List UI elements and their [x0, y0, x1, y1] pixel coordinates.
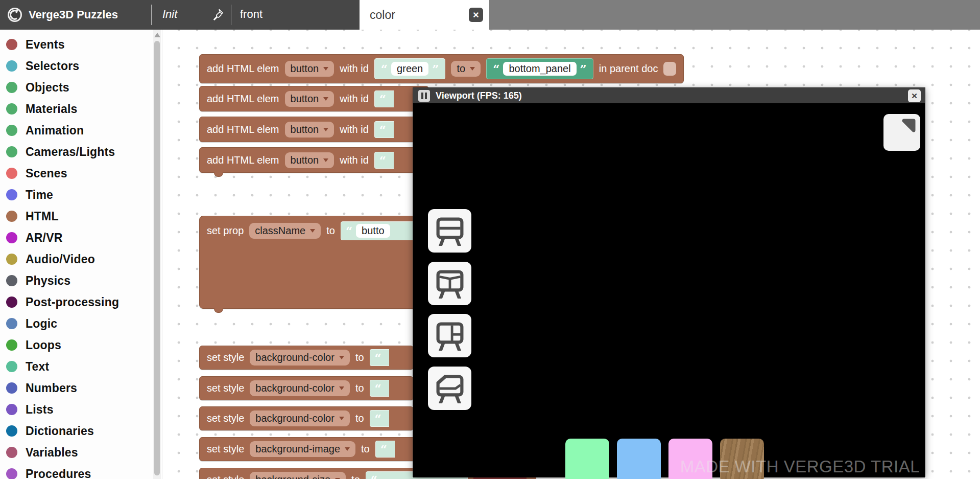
string-block-id[interactable]: “ green ”	[374, 58, 446, 79]
tag-dropdown[interactable]: button	[285, 61, 334, 77]
block-label: set style	[207, 382, 244, 394]
furniture-variant-button-3[interactable]	[428, 314, 471, 357]
block-label: with id	[340, 154, 369, 166]
prop-dropdown[interactable]: className	[249, 223, 321, 239]
sidebar-item-variables[interactable]: Variables	[0, 442, 162, 463]
fullscreen-button[interactable]	[883, 114, 920, 151]
sidebar-scrollbar[interactable]	[153, 30, 161, 479]
sidebar-item-text[interactable]: Text	[0, 356, 162, 377]
block-add-html-elem[interactable]: add HTML elem button with id “ green ” t…	[199, 54, 684, 83]
block-label: with id	[340, 63, 369, 75]
app-title: Verge3D Puzzles	[29, 8, 118, 21]
block-label: add HTML elem	[207, 93, 279, 105]
tag-dropdown[interactable]: button	[285, 91, 334, 107]
tab-color-label: color	[370, 8, 395, 22]
block-label: to	[355, 382, 364, 394]
style-dropdown[interactable]: background-size	[250, 472, 346, 479]
furniture-variant-button-2[interactable]	[428, 262, 471, 305]
category-dot	[6, 189, 17, 200]
style-dropdown[interactable]: background-color	[250, 410, 350, 426]
sidebar-item-scenes[interactable]: Scenes	[0, 163, 162, 184]
cabinet-open-doors-icon	[433, 267, 467, 301]
sidebar-item-numbers[interactable]: Numbers	[0, 377, 162, 399]
tab-front[interactable]: front	[240, 8, 262, 21]
pin-icon[interactable]	[212, 8, 224, 21]
cabinet-open-flap-icon	[433, 372, 467, 405]
open-quote-icon: “	[380, 443, 387, 455]
sidebar-item-animation[interactable]: Animation	[0, 120, 162, 141]
block-set-style[interactable]: set style background-image to “	[199, 437, 419, 461]
color-swatch-green[interactable]	[565, 439, 609, 479]
style-dropdown[interactable]: background-color	[250, 380, 350, 396]
sidebar-item-events[interactable]: Events	[0, 34, 162, 55]
viewport-close-button[interactable]: ✕	[908, 89, 921, 102]
tag-dropdown[interactable]: button	[285, 122, 334, 138]
dropdown-caret-icon	[323, 158, 328, 162]
target-field[interactable]: bottom_panel	[503, 62, 576, 76]
color-swatch-blue[interactable]	[617, 439, 661, 479]
style-dropdown[interactable]: background-color	[250, 350, 350, 366]
dropdown-caret-icon	[310, 229, 315, 233]
sidebar-item-dictionaries[interactable]: Dictionaries	[0, 420, 162, 442]
furniture-variant-button-4[interactable]	[428, 367, 471, 410]
block-set-style[interactable]: set style background-color to “	[199, 376, 414, 400]
string-block-value[interactable]: “ butto	[341, 221, 417, 240]
sidebar-item-objects[interactable]: Objects	[0, 77, 162, 98]
dropdown-caret-icon	[323, 128, 328, 131]
block-label: to	[351, 474, 360, 479]
string-block-id[interactable]: “	[374, 121, 394, 138]
sidebar-item-cameras-lights[interactable]: Cameras/Lights	[0, 141, 162, 163]
sidebar-item-time[interactable]: Time	[0, 184, 162, 206]
header-separator	[231, 5, 231, 25]
sidebar-item-ar-vr[interactable]: AR/VR	[0, 227, 162, 248]
viewport-window[interactable]: Viewport (FPS: 165) ✕	[413, 87, 925, 477]
sidebar-item-selectors[interactable]: Selectors	[0, 55, 162, 77]
tab-color-active[interactable]: color ✕	[360, 0, 489, 30]
sidebar-item-lists[interactable]: Lists	[0, 399, 162, 420]
block-add-html-elem[interactable]: add HTML elem button with id “	[199, 147, 429, 173]
block-label: to	[326, 225, 335, 237]
string-block-target[interactable]: “ bottom_panel ”	[486, 58, 593, 79]
scrollbar-thumb[interactable]	[154, 41, 160, 475]
string-block-value[interactable]: “	[375, 441, 395, 458]
sidebar-item-audio-video[interactable]: Audio/Video	[0, 248, 162, 270]
id-field[interactable]: green	[391, 62, 428, 76]
category-dot	[6, 60, 17, 72]
parent-doc-checkbox[interactable]	[663, 62, 676, 76]
sidebar-item-loops[interactable]: Loops	[0, 334, 162, 356]
tag-dropdown[interactable]: button	[285, 152, 334, 168]
block-add-html-elem[interactable]: add HTML elem button with id “	[199, 117, 429, 142]
sidebar-item-logic[interactable]: Logic	[0, 313, 162, 334]
pause-render-button[interactable]	[418, 90, 430, 102]
block-add-html-elem[interactable]: add HTML elem button with id “	[199, 86, 429, 111]
sidebar-item-html[interactable]: HTML	[0, 206, 162, 227]
value-field[interactable]: butto	[356, 224, 390, 238]
block-set-style[interactable]: set style background-color to “	[199, 346, 414, 370]
block-connector-tab	[214, 172, 223, 177]
to-dropdown[interactable]: to	[451, 61, 481, 77]
category-dot	[6, 168, 17, 179]
tab-init[interactable]: Init	[162, 8, 177, 21]
sidebar-item-materials[interactable]: Materials	[0, 98, 162, 120]
string-block-id[interactable]: “	[374, 152, 394, 169]
category-dot	[6, 318, 17, 329]
string-block-value[interactable]: “	[370, 410, 389, 427]
sidebar-item-post-processing[interactable]: Post-processing	[0, 291, 162, 313]
string-block-value[interactable]: “	[370, 380, 389, 397]
scroll-up-arrow-icon[interactable]	[154, 33, 160, 37]
block-label: with id	[340, 124, 369, 135]
tab-close-button[interactable]: ✕	[469, 8, 483, 22]
open-quote-icon: “	[375, 413, 381, 424]
open-quote-icon: “	[379, 93, 386, 105]
puzzles-workspace[interactable]: add HTML elem button with id “ green ” t…	[162, 30, 980, 479]
sidebar-item-procedures[interactable]: Procedures	[0, 463, 162, 479]
block-set-style[interactable]: set style background-color to “	[199, 406, 414, 430]
viewport-titlebar[interactable]: Viewport (FPS: 165) ✕	[413, 88, 925, 103]
string-block-id[interactable]: “	[374, 90, 394, 107]
category-dot	[6, 468, 17, 479]
viewport-3d-canvas[interactable]: MADE WITH VERGE3D TRIAL	[413, 103, 925, 477]
sidebar-item-physics[interactable]: Physics	[0, 270, 162, 291]
furniture-variant-button-1[interactable]	[428, 209, 471, 253]
string-block-value[interactable]: “	[370, 349, 389, 366]
style-dropdown[interactable]: background-image	[250, 441, 355, 457]
